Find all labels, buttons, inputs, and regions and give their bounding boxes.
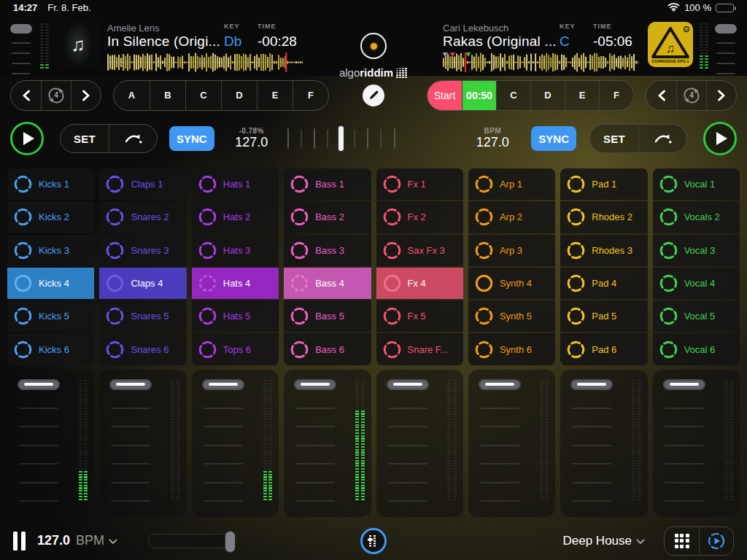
deck-right-volume-fader[interactable] (715, 20, 737, 76)
loop-cell[interactable]: Rhodes 2 (560, 201, 647, 233)
time-remaining[interactable]: -05:06 (593, 34, 641, 50)
fader-handle[interactable] (10, 24, 32, 34)
loop-cell[interactable]: Kicks 5 (7, 300, 94, 332)
set-cue-button[interactable]: SET (61, 125, 109, 152)
pause-button[interactable] (13, 532, 26, 551)
loop-cell[interactable]: Snares 2 (99, 201, 186, 233)
loop-cell[interactable]: Kicks 2 (7, 201, 94, 233)
loop-cell[interactable]: Snares 3 (99, 235, 186, 266)
loop-cell[interactable]: Bass 2 (284, 201, 371, 233)
channel-fader-handle[interactable] (109, 379, 152, 390)
slider-handle[interactable] (225, 531, 236, 553)
loop-cell[interactable]: Fx 4 (376, 268, 463, 299)
channel-fader-handle[interactable] (479, 379, 521, 390)
loop-length-button[interactable]: 4 (676, 81, 706, 110)
edit-button[interactable] (363, 85, 384, 106)
bank-button-d[interactable]: D (530, 81, 565, 110)
set-cue-button[interactable]: SET (590, 125, 638, 152)
channel-fader-handle[interactable] (570, 379, 613, 390)
loop-cell[interactable]: Vocal 1 (653, 168, 740, 200)
channel-fader-handle[interactable] (202, 379, 244, 390)
loop-cell[interactable]: Snare F... (376, 333, 463, 365)
tempo-slider-handle[interactable] (337, 125, 345, 152)
loop-cell[interactable]: Tops 6 (192, 333, 279, 365)
loop-cell[interactable]: Vocal 5 (653, 300, 740, 332)
loop-cell[interactable]: Bass 1 (284, 168, 371, 200)
prev-bank-button[interactable] (646, 81, 676, 110)
loop-cell[interactable]: Kicks 6 (7, 333, 94, 365)
loop-cell[interactable]: Hats 2 (192, 201, 279, 233)
deck-right-play-button[interactable] (703, 122, 737, 155)
loop-cell[interactable]: Arp 3 (468, 235, 555, 266)
deck-left-album-art[interactable]: ♫ (55, 22, 101, 67)
loop-cell[interactable]: Claps 4 (99, 268, 186, 299)
bank-button-c[interactable]: C (185, 81, 221, 110)
tempo-slider[interactable] (286, 124, 397, 153)
loop-cell[interactable]: Bass 4 (284, 268, 371, 299)
chevron-down-icon[interactable] (109, 534, 117, 548)
loop-cell[interactable]: Pad 5 (560, 300, 647, 332)
deck-left-sync-button[interactable]: SYNC (169, 126, 214, 151)
mixer-view-button[interactable] (360, 528, 387, 554)
master-tempo-slider[interactable] (148, 534, 234, 548)
loop-cell[interactable]: Bass 5 (284, 300, 371, 332)
loop-cell[interactable]: Pad 4 (560, 268, 647, 299)
loop-cell[interactable]: Fx 5 (376, 300, 463, 332)
grid-view-button[interactable] (665, 527, 699, 555)
bank-button-e[interactable]: E (257, 81, 293, 110)
loop-cell[interactable]: Hats 5 (192, 300, 279, 332)
deck-right-waveform[interactable] (443, 52, 638, 72)
bank-button-c[interactable]: C (496, 81, 530, 110)
loop-cell[interactable]: Sax Fx 3 (376, 235, 463, 266)
loop-cell[interactable]: Bass 6 (284, 333, 371, 365)
deck-left-waveform[interactable] (107, 52, 303, 72)
loop-cell[interactable]: Kicks 1 (7, 168, 94, 200)
loop-cell[interactable]: Claps 1 (99, 168, 186, 200)
deck-left-play-button[interactable] (10, 122, 44, 155)
loop-length-button[interactable]: 4 (41, 81, 71, 110)
channel-fader-handle[interactable] (663, 379, 705, 390)
loop-cell[interactable]: Snares 6 (99, 333, 186, 365)
loop-cell[interactable]: Hats 1 (192, 168, 279, 200)
loop-cell[interactable]: Pad 6 (560, 333, 647, 365)
jump-cue-button[interactable] (109, 125, 157, 152)
next-bank-button[interactable] (71, 81, 101, 110)
deck-right-album-art[interactable]: ♫ CORROSIVE EPS.1 e (648, 22, 693, 67)
loop-cell[interactable]: Kicks 3 (7, 235, 94, 266)
key-value[interactable]: C (560, 34, 593, 50)
loop-cell[interactable]: Synth 4 (468, 268, 555, 299)
bank-timer[interactable]: 00:50 (462, 81, 496, 110)
loop-cell[interactable]: Vocal 4 (653, 268, 740, 299)
loop-cell[interactable]: Pad 1 (560, 168, 647, 200)
automix-button[interactable] (699, 527, 733, 555)
bank-start-button[interactable]: Start (427, 81, 462, 110)
bank-button-f[interactable]: F (293, 81, 328, 110)
deck-left-volume-fader[interactable] (10, 20, 34, 76)
prev-bank-button[interactable] (11, 81, 41, 110)
loop-cell[interactable]: Snares 5 (99, 300, 186, 332)
channel-fader-handle[interactable] (18, 379, 60, 390)
fader-handle[interactable] (715, 24, 737, 34)
loop-cell[interactable]: Synth 5 (468, 300, 555, 332)
jump-cue-button[interactable] (638, 125, 686, 152)
bank-button-e[interactable]: E (565, 81, 599, 110)
loop-cell[interactable]: Kicks 4 (7, 268, 94, 299)
loop-cell[interactable]: Fx 2 (376, 201, 463, 233)
loop-cell[interactable]: Bass 3 (284, 235, 371, 266)
loop-cell[interactable]: Arp 2 (468, 201, 555, 233)
key-value[interactable]: Db (224, 34, 258, 50)
loop-cell[interactable]: Hats 3 (192, 235, 279, 266)
master-bpm-label[interactable]: BPM (76, 533, 104, 548)
loop-cell[interactable]: Rhodes 3 (560, 235, 647, 266)
loop-cell[interactable]: Vocal 3 (653, 235, 740, 266)
next-bank-button[interactable] (706, 81, 736, 110)
loop-cell[interactable]: Fx 1 (376, 168, 463, 200)
channel-fader-handle[interactable] (387, 379, 429, 390)
preset-selector[interactable]: Deep House (562, 534, 645, 548)
loop-cell[interactable]: Vocals 2 (653, 201, 740, 233)
bank-button-d[interactable]: D (221, 81, 257, 110)
bank-button-b[interactable]: B (150, 81, 185, 110)
bank-button-f[interactable]: F (599, 81, 633, 110)
loop-cell[interactable]: Synth 6 (468, 333, 555, 365)
channel-fader-handle[interactable] (294, 379, 336, 390)
